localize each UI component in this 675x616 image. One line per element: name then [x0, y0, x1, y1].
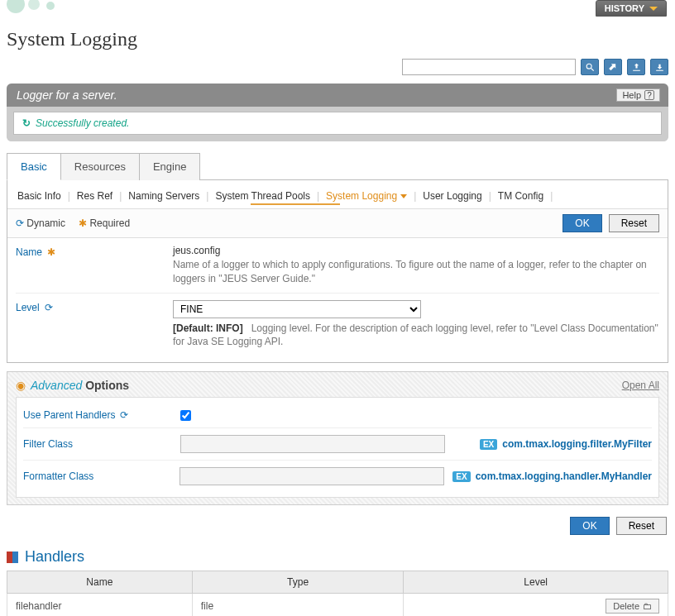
success-strip: ↻ Successfully created.	[13, 112, 662, 135]
formatter-class-label: Formatter Class	[23, 470, 93, 482]
delete-button[interactable]: Delete 🗀	[606, 599, 659, 614]
help-button[interactable]: Help ?	[616, 88, 660, 102]
col-level: Level	[404, 571, 668, 594]
level-hint: Logging level. For the description of ea…	[173, 322, 658, 348]
handlers-icon	[7, 552, 18, 563]
meta-row: ⟳ Dynamic ✱ Required OK Reset	[7, 208, 668, 238]
open-all-link[interactable]: Open All	[622, 380, 659, 391]
required-legend: ✱ Required	[79, 217, 130, 229]
dynamic-icon: ⟳	[16, 217, 24, 229]
required-icon: ✱	[79, 217, 87, 229]
shield-icon: ◉	[16, 379, 26, 392]
ok-button-top[interactable]: OK	[562, 214, 601, 232]
tab-resources[interactable]: Resources	[61, 153, 140, 180]
subnav-system-logging[interactable]: System Logging	[326, 190, 407, 202]
name-label: Name	[16, 246, 42, 258]
dynamic-legend: ⟳ Dynamic	[16, 217, 65, 229]
ok-button-bottom[interactable]: OK	[570, 517, 609, 535]
banner: Logger for a server. Help ? ↻ Successful…	[7, 84, 668, 141]
dynamic-icon: ⟳	[45, 302, 53, 313]
upload-icon	[631, 62, 642, 73]
export-xml-button[interactable]	[650, 59, 668, 75]
use-parent-handlers-label: Use Parent Handlers	[23, 409, 115, 421]
col-type: Type	[192, 571, 404, 594]
name-hint: Name of a logger to which to apply confi…	[173, 258, 659, 286]
cell-level: Delete 🗀	[404, 594, 668, 616]
chevron-down-icon	[400, 194, 407, 198]
help-icon: ?	[644, 90, 654, 100]
search-input[interactable]	[402, 59, 576, 75]
dynamic-icon: ⟳	[120, 409, 128, 421]
handlers-heading: Handlers	[7, 548, 668, 566]
level-default: [Default: INFO]	[173, 322, 243, 334]
subnav-user-logging[interactable]: User Logging	[423, 190, 481, 202]
advanced-panel: ◉ Advanced Options Open All Use Parent H…	[7, 371, 668, 505]
subnav-basic-info[interactable]: Basic Info	[17, 190, 61, 202]
formatter-class-input[interactable]	[180, 467, 444, 485]
formatter-class-example: com.tmax.logging.handler.MyHandler	[476, 470, 652, 482]
filter-class-input[interactable]	[180, 435, 445, 453]
link-icon-button[interactable]	[604, 59, 622, 75]
reset-button-bottom[interactable]: Reset	[616, 517, 667, 535]
search-row	[7, 55, 668, 84]
name-value: jeus.config	[173, 245, 659, 256]
col-name: Name	[7, 571, 193, 594]
tab-basic[interactable]: Basic	[7, 153, 61, 180]
banner-title: Logger for a server.	[17, 88, 117, 102]
filter-class-label: Filter Class	[23, 438, 73, 450]
search-icon-button[interactable]	[581, 59, 599, 75]
cell-type: file	[192, 594, 404, 616]
download-icon	[654, 62, 665, 73]
search-icon	[585, 62, 596, 73]
row-filter-class: Filter Class EX com.tmax.logging.filter.…	[23, 427, 652, 460]
table-row: filehandler file Delete 🗀	[7, 594, 668, 616]
link-icon	[608, 62, 619, 73]
subnav-system-thread-pools[interactable]: System Thread Pools	[215, 190, 310, 202]
help-label: Help	[622, 90, 641, 100]
import-xml-button[interactable]	[627, 59, 645, 75]
reset-button-top[interactable]: Reset	[609, 214, 659, 232]
row-formatter-class: Formatter Class EX com.tmax.logging.hand…	[23, 460, 652, 492]
advanced-title-rest: Options	[85, 379, 129, 392]
success-message: Successfully created.	[36, 117, 129, 129]
delete-icon: 🗀	[643, 601, 652, 611]
active-underline	[251, 203, 340, 205]
subnav-naming-servers[interactable]: Naming Servers	[128, 190, 199, 202]
ex-badge: EX	[452, 471, 470, 482]
decorative-circles	[7, 0, 73, 20]
handlers-table: Name Type Level filehandler file Delete …	[7, 571, 668, 616]
filter-class-example: com.tmax.logging.filter.MyFilter	[502, 438, 652, 450]
row-name: Name ✱ jeus.config Name of a logger to w…	[16, 238, 659, 294]
row-use-parent-handlers: Use Parent Handlers ⟳	[23, 403, 652, 427]
tab-engine[interactable]: Engine	[140, 153, 200, 180]
subnav-res-ref[interactable]: Res Ref	[77, 190, 112, 202]
main-tabs: Basic Resources Engine	[7, 153, 668, 180]
page-title: System Logging	[7, 20, 668, 55]
cell-name: filehandler	[7, 594, 193, 616]
level-select[interactable]: FINE	[173, 300, 421, 318]
required-icon: ✱	[47, 246, 55, 258]
subnav-tm-config[interactable]: TM Config	[498, 190, 543, 202]
level-label: Level	[16, 302, 40, 313]
ex-badge: EX	[480, 439, 497, 450]
refresh-icon: ↻	[22, 117, 31, 129]
advanced-title-em: Advanced	[31, 379, 82, 392]
use-parent-handlers-checkbox[interactable]	[180, 410, 191, 421]
row-level: Level ⟳ FINE [Default: INFO] Logging lev…	[16, 294, 659, 356]
